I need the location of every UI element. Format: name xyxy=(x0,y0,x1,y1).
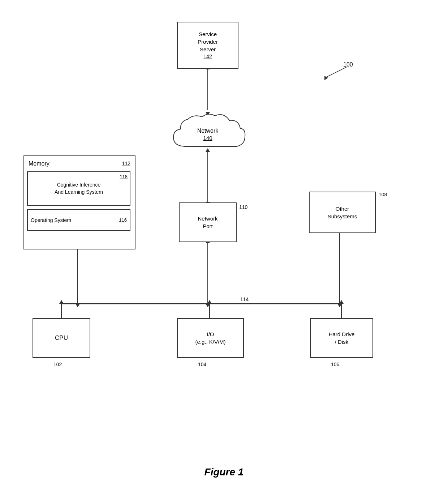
svg-text:Network: Network xyxy=(197,128,219,134)
bus-ref: 114 xyxy=(240,296,249,302)
io-box: I/O(e.g., K/V/M) xyxy=(177,318,244,358)
hard-drive-ref: 106 xyxy=(331,362,339,367)
network-port-box: NetworkPort xyxy=(179,202,237,242)
hard-drive-box: Hard Drive/ Disk xyxy=(310,318,373,358)
cpu-ref: 102 xyxy=(53,362,62,367)
network-port-label: NetworkPort xyxy=(198,215,217,230)
cpu-label: CPU xyxy=(55,334,68,342)
os-box: Operating System 116 xyxy=(27,209,130,231)
other-subsystems-box: OtherSubsystems xyxy=(309,192,376,233)
memory-ref: 112 xyxy=(122,160,130,167)
svg-marker-21 xyxy=(59,300,64,304)
cials-box: 118 Cognitive InferenceAnd Learning Syst… xyxy=(27,171,130,206)
svg-marker-19 xyxy=(337,304,342,307)
memory-label: Memory xyxy=(29,160,49,168)
ref-100-label: 100 xyxy=(343,61,353,68)
diagram-container: 100 xyxy=(0,0,448,496)
figure-caption: Figure 1 xyxy=(0,466,448,478)
svg-marker-27 xyxy=(339,300,344,304)
other-subsystems-label: OtherSubsystems xyxy=(328,205,357,220)
svg-marker-16 xyxy=(206,304,210,307)
cials-ref: 118 xyxy=(120,174,128,180)
io-label: I/O(e.g., K/V/M) xyxy=(195,330,225,346)
os-label: Operating System xyxy=(31,217,71,224)
service-provider-label: ServiceProviderServer xyxy=(198,30,218,53)
io-ref: 104 xyxy=(198,362,206,367)
hard-drive-label: Hard Drive/ Disk xyxy=(329,330,355,346)
network-port-ref: 110 xyxy=(239,204,247,210)
svg-marker-30 xyxy=(324,76,328,80)
memory-box: Memory 112 118 Cognitive InferenceAnd Le… xyxy=(23,155,135,249)
svg-text:140: 140 xyxy=(203,135,212,141)
cpu-box: CPU xyxy=(33,318,90,358)
service-provider-ref: 142 xyxy=(203,53,212,60)
cials-label: Cognitive InferenceAnd Learning System xyxy=(52,181,106,196)
network-cloud: Network 140 xyxy=(166,110,249,159)
os-ref: 116 xyxy=(119,217,127,223)
svg-marker-13 xyxy=(76,304,80,307)
svg-line-29 xyxy=(325,67,347,78)
svg-marker-24 xyxy=(207,300,212,304)
service-provider-box: ServiceProviderServer 142 xyxy=(177,22,238,69)
other-subsystems-ref: 108 xyxy=(379,192,387,197)
